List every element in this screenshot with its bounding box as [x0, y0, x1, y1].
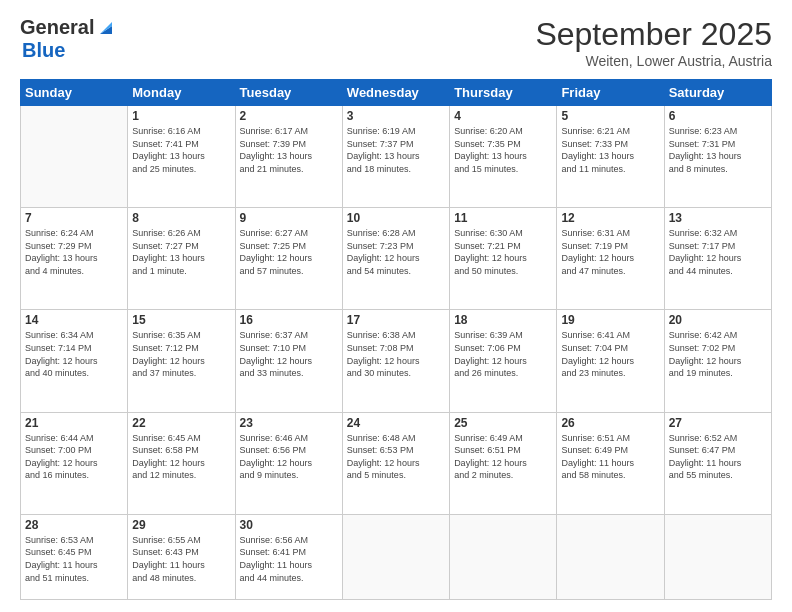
day-number: 1 — [132, 109, 230, 123]
day-info: Sunrise: 6:45 AMSunset: 6:58 PMDaylight:… — [132, 432, 230, 482]
table-row: 12Sunrise: 6:31 AMSunset: 7:19 PMDayligh… — [557, 208, 664, 310]
col-friday: Friday — [557, 80, 664, 106]
col-monday: Monday — [128, 80, 235, 106]
table-row: 25Sunrise: 6:49 AMSunset: 6:51 PMDayligh… — [450, 412, 557, 514]
table-row — [342, 514, 449, 599]
page: General Blue September 2025 Weiten, Lowe… — [0, 0, 792, 612]
month-title: September 2025 — [535, 16, 772, 53]
table-row: 18Sunrise: 6:39 AMSunset: 7:06 PMDayligh… — [450, 310, 557, 412]
table-row: 20Sunrise: 6:42 AMSunset: 7:02 PMDayligh… — [664, 310, 771, 412]
day-info: Sunrise: 6:21 AMSunset: 7:33 PMDaylight:… — [561, 125, 659, 175]
day-info: Sunrise: 6:28 AMSunset: 7:23 PMDaylight:… — [347, 227, 445, 277]
logo-general-text: General — [20, 16, 94, 39]
day-number: 23 — [240, 416, 338, 430]
day-info: Sunrise: 6:52 AMSunset: 6:47 PMDaylight:… — [669, 432, 767, 482]
day-info: Sunrise: 6:53 AMSunset: 6:45 PMDaylight:… — [25, 534, 123, 584]
day-number: 18 — [454, 313, 552, 327]
title-block: September 2025 Weiten, Lower Austria, Au… — [535, 16, 772, 69]
table-row: 1Sunrise: 6:16 AMSunset: 7:41 PMDaylight… — [128, 106, 235, 208]
day-number: 29 — [132, 518, 230, 532]
day-number: 3 — [347, 109, 445, 123]
table-row: 19Sunrise: 6:41 AMSunset: 7:04 PMDayligh… — [557, 310, 664, 412]
day-info: Sunrise: 6:37 AMSunset: 7:10 PMDaylight:… — [240, 329, 338, 379]
day-info: Sunrise: 6:16 AMSunset: 7:41 PMDaylight:… — [132, 125, 230, 175]
logo: General Blue — [20, 16, 116, 62]
day-number: 5 — [561, 109, 659, 123]
calendar-table: Sunday Monday Tuesday Wednesday Thursday… — [20, 79, 772, 600]
day-info: Sunrise: 6:23 AMSunset: 7:31 PMDaylight:… — [669, 125, 767, 175]
day-number: 26 — [561, 416, 659, 430]
table-row: 21Sunrise: 6:44 AMSunset: 7:00 PMDayligh… — [21, 412, 128, 514]
day-info: Sunrise: 6:44 AMSunset: 7:00 PMDaylight:… — [25, 432, 123, 482]
day-number: 25 — [454, 416, 552, 430]
day-info: Sunrise: 6:34 AMSunset: 7:14 PMDaylight:… — [25, 329, 123, 379]
table-row: 11Sunrise: 6:30 AMSunset: 7:21 PMDayligh… — [450, 208, 557, 310]
day-info: Sunrise: 6:19 AMSunset: 7:37 PMDaylight:… — [347, 125, 445, 175]
table-row: 2Sunrise: 6:17 AMSunset: 7:39 PMDaylight… — [235, 106, 342, 208]
table-row: 26Sunrise: 6:51 AMSunset: 6:49 PMDayligh… — [557, 412, 664, 514]
table-row — [21, 106, 128, 208]
day-number: 4 — [454, 109, 552, 123]
col-tuesday: Tuesday — [235, 80, 342, 106]
table-row: 8Sunrise: 6:26 AMSunset: 7:27 PMDaylight… — [128, 208, 235, 310]
table-row: 28Sunrise: 6:53 AMSunset: 6:45 PMDayligh… — [21, 514, 128, 599]
day-info: Sunrise: 6:35 AMSunset: 7:12 PMDaylight:… — [132, 329, 230, 379]
day-number: 2 — [240, 109, 338, 123]
day-number: 27 — [669, 416, 767, 430]
day-number: 17 — [347, 313, 445, 327]
table-row: 23Sunrise: 6:46 AMSunset: 6:56 PMDayligh… — [235, 412, 342, 514]
table-row: 30Sunrise: 6:56 AMSunset: 6:41 PMDayligh… — [235, 514, 342, 599]
day-info: Sunrise: 6:32 AMSunset: 7:17 PMDaylight:… — [669, 227, 767, 277]
table-row: 13Sunrise: 6:32 AMSunset: 7:17 PMDayligh… — [664, 208, 771, 310]
table-row: 24Sunrise: 6:48 AMSunset: 6:53 PMDayligh… — [342, 412, 449, 514]
table-row: 17Sunrise: 6:38 AMSunset: 7:08 PMDayligh… — [342, 310, 449, 412]
header: General Blue September 2025 Weiten, Lowe… — [20, 16, 772, 69]
table-row: 5Sunrise: 6:21 AMSunset: 7:33 PMDaylight… — [557, 106, 664, 208]
day-number: 21 — [25, 416, 123, 430]
day-info: Sunrise: 6:20 AMSunset: 7:35 PMDaylight:… — [454, 125, 552, 175]
table-row: 27Sunrise: 6:52 AMSunset: 6:47 PMDayligh… — [664, 412, 771, 514]
day-info: Sunrise: 6:48 AMSunset: 6:53 PMDaylight:… — [347, 432, 445, 482]
table-row: 6Sunrise: 6:23 AMSunset: 7:31 PMDaylight… — [664, 106, 771, 208]
day-info: Sunrise: 6:24 AMSunset: 7:29 PMDaylight:… — [25, 227, 123, 277]
day-info: Sunrise: 6:41 AMSunset: 7:04 PMDaylight:… — [561, 329, 659, 379]
day-number: 8 — [132, 211, 230, 225]
col-wednesday: Wednesday — [342, 80, 449, 106]
col-saturday: Saturday — [664, 80, 771, 106]
day-info: Sunrise: 6:46 AMSunset: 6:56 PMDaylight:… — [240, 432, 338, 482]
day-number: 7 — [25, 211, 123, 225]
day-number: 11 — [454, 211, 552, 225]
day-number: 6 — [669, 109, 767, 123]
day-info: Sunrise: 6:55 AMSunset: 6:43 PMDaylight:… — [132, 534, 230, 584]
table-row — [450, 514, 557, 599]
table-row: 4Sunrise: 6:20 AMSunset: 7:35 PMDaylight… — [450, 106, 557, 208]
day-info: Sunrise: 6:26 AMSunset: 7:27 PMDaylight:… — [132, 227, 230, 277]
logo-blue-text: Blue — [22, 39, 65, 62]
table-row — [664, 514, 771, 599]
table-row: 10Sunrise: 6:28 AMSunset: 7:23 PMDayligh… — [342, 208, 449, 310]
day-info: Sunrise: 6:51 AMSunset: 6:49 PMDaylight:… — [561, 432, 659, 482]
day-number: 14 — [25, 313, 123, 327]
logo-triangle-icon — [96, 18, 116, 38]
calendar-header-row: Sunday Monday Tuesday Wednesday Thursday… — [21, 80, 772, 106]
day-number: 9 — [240, 211, 338, 225]
day-number: 10 — [347, 211, 445, 225]
table-row: 14Sunrise: 6:34 AMSunset: 7:14 PMDayligh… — [21, 310, 128, 412]
table-row: 29Sunrise: 6:55 AMSunset: 6:43 PMDayligh… — [128, 514, 235, 599]
day-number: 13 — [669, 211, 767, 225]
table-row: 7Sunrise: 6:24 AMSunset: 7:29 PMDaylight… — [21, 208, 128, 310]
location: Weiten, Lower Austria, Austria — [535, 53, 772, 69]
col-thursday: Thursday — [450, 80, 557, 106]
day-info: Sunrise: 6:42 AMSunset: 7:02 PMDaylight:… — [669, 329, 767, 379]
day-info: Sunrise: 6:39 AMSunset: 7:06 PMDaylight:… — [454, 329, 552, 379]
day-info: Sunrise: 6:27 AMSunset: 7:25 PMDaylight:… — [240, 227, 338, 277]
day-number: 15 — [132, 313, 230, 327]
table-row: 9Sunrise: 6:27 AMSunset: 7:25 PMDaylight… — [235, 208, 342, 310]
day-info: Sunrise: 6:17 AMSunset: 7:39 PMDaylight:… — [240, 125, 338, 175]
day-info: Sunrise: 6:56 AMSunset: 6:41 PMDaylight:… — [240, 534, 338, 584]
day-number: 30 — [240, 518, 338, 532]
day-number: 16 — [240, 313, 338, 327]
day-number: 19 — [561, 313, 659, 327]
col-sunday: Sunday — [21, 80, 128, 106]
table-row: 3Sunrise: 6:19 AMSunset: 7:37 PMDaylight… — [342, 106, 449, 208]
